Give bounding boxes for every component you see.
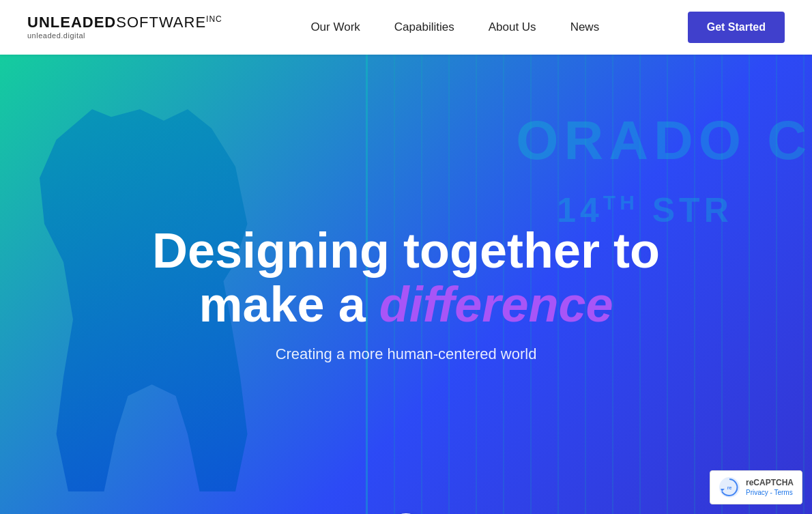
nav-link-our-work[interactable]: Our Work	[310, 20, 360, 33]
hero-content: Designing together to make a difference …	[0, 55, 812, 514]
nav-item-about-us[interactable]: About Us	[489, 20, 536, 34]
recaptcha-badge: re reCAPTCHA Privacy - Terms	[710, 470, 802, 504]
hero-title: Designing together to make a difference	[152, 224, 660, 332]
navbar: UNLEADEDSOFTWAREinc unleaded.digital Our…	[0, 0, 812, 55]
get-started-button[interactable]: Get Started	[688, 12, 785, 43]
nav-link-about-us[interactable]: About Us	[489, 20, 536, 33]
hero-title-line2: make a	[199, 277, 379, 332]
recaptcha-title: reCAPTCHA	[746, 478, 794, 489]
hero-section: ORADO C14TH STR Designing together to ma…	[0, 55, 812, 514]
nav-link-capabilities[interactable]: Capabilities	[394, 20, 454, 33]
nav-item-our-work[interactable]: Our Work	[310, 20, 360, 34]
nav-links: Our Work Capabilities About Us News	[310, 20, 599, 34]
hero-title-line1: Designing together to	[152, 223, 660, 278]
recaptcha-links[interactable]: Privacy - Terms	[746, 488, 794, 497]
nav-link-news[interactable]: News	[570, 20, 600, 33]
hero-title-highlight: difference	[379, 277, 613, 332]
logo[interactable]: UNLEADEDSOFTWAREinc unleaded.digital	[27, 15, 222, 39]
logo-sub: unleaded.digital	[27, 32, 222, 40]
recaptcha-text: reCAPTCHA Privacy - Terms	[746, 478, 794, 498]
nav-item-news[interactable]: News	[570, 20, 600, 34]
svg-text:re: re	[727, 485, 732, 490]
nav-item-capabilities[interactable]: Capabilities	[394, 20, 454, 34]
logo-text: UNLEADEDSOFTWAREinc	[27, 15, 222, 30]
hero-subtitle: Creating a more human-centered world	[276, 345, 537, 363]
recaptcha-icon: re	[719, 476, 740, 498]
